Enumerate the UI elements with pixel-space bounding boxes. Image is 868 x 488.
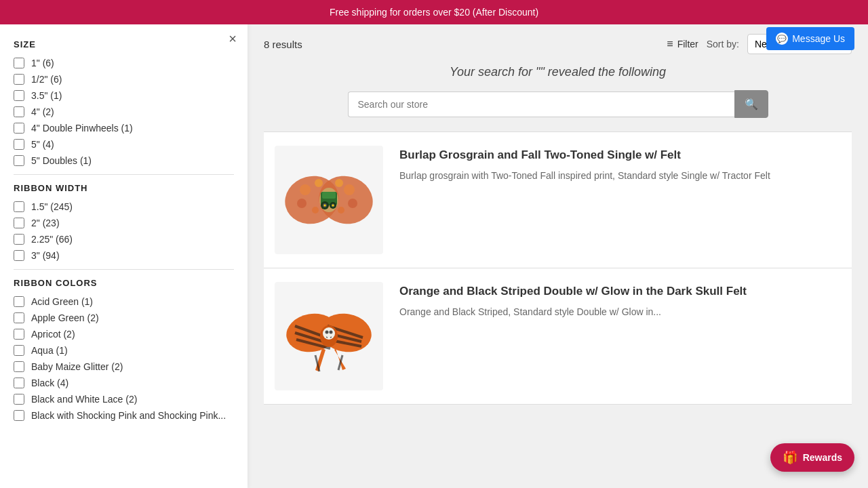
size-checkbox[interactable]: [14, 123, 24, 134]
search-bar: 🔍: [348, 90, 768, 118]
size-filter-item[interactable]: 4" Double Pinwheels (1): [14, 123, 234, 134]
ribbon-width-filter-item[interactable]: 2.25" (66): [14, 234, 234, 245]
search-button[interactable]: 🔍: [734, 90, 768, 118]
product-info-2: Orange and Black Striped Double w/ Glow …: [399, 282, 841, 319]
filter-icon: ≡: [667, 38, 673, 50]
svg-point-17: [324, 205, 326, 207]
message-us-button[interactable]: Message Us: [766, 27, 854, 50]
rewards-label: Rewards: [803, 452, 842, 463]
svg-point-7: [335, 179, 343, 187]
ribbon-color-filter-item[interactable]: Aqua (1): [14, 345, 234, 356]
size-filter-item[interactable]: 5" (4): [14, 139, 234, 150]
ribbon-width-filter-item[interactable]: 2" (23): [14, 218, 234, 228]
product-image-2: [275, 282, 383, 390]
size-label: 1" (6): [31, 58, 54, 68]
search-bar-container: Your search for "" revealed the followin…: [264, 65, 852, 118]
product-desc-1: Burlap grosgrain with Two-Toned Fall ins…: [399, 169, 841, 183]
size-label: 3.5" (1): [31, 90, 62, 101]
ribbon-color-checkbox[interactable]: [14, 312, 24, 323]
ribbon-color-filter-item[interactable]: Black and White Lace (2): [14, 394, 234, 405]
svg-point-6: [344, 184, 355, 195]
ribbon-color-filter-item[interactable]: Black (4): [14, 378, 234, 388]
ribbon-width-checkbox[interactable]: [14, 201, 24, 212]
size-filter-item[interactable]: 5" Doubles (1): [14, 155, 234, 166]
size-checkbox[interactable]: [14, 139, 24, 150]
close-button[interactable]: ×: [229, 31, 237, 47]
size-checkbox[interactable]: [14, 58, 24, 68]
ribbon-width-label: 1.5" (245): [31, 201, 73, 212]
ribbon-width-section-title: RIBBON WIDTH: [14, 183, 234, 193]
svg-rect-16: [322, 192, 336, 199]
ribbon-color-filter-item[interactable]: Apricot (2): [14, 329, 234, 340]
size-checkbox[interactable]: [14, 90, 24, 101]
size-checkbox[interactable]: [14, 106, 24, 117]
size-filter-item[interactable]: 1" (6): [14, 58, 234, 68]
messenger-icon: [776, 33, 788, 45]
ribbon-color-checkbox[interactable]: [14, 361, 24, 372]
svg-point-32: [330, 331, 333, 334]
product-desc-2: Orange and Black Striped, Standard style…: [399, 305, 841, 319]
bow-image-2: [281, 289, 376, 384]
svg-point-31: [326, 331, 329, 334]
product-list: Burlap Grosgrain and Fall Two-Toned Sing…: [264, 131, 852, 405]
ribbon-color-checkbox[interactable]: [14, 329, 24, 340]
message-us-label: Message Us: [792, 33, 845, 44]
ribbon-color-checkbox[interactable]: [14, 394, 24, 405]
ribbon-color-label: Apricot (2): [31, 329, 75, 340]
results-count: 8 results: [264, 39, 302, 50]
ribbon-color-filter-item[interactable]: Black with Shocking Pink and Shocking Pi…: [14, 410, 234, 421]
size-label: 1/2" (6): [31, 74, 62, 85]
svg-point-3: [315, 179, 323, 187]
product-title-1: Burlap Grosgrain and Fall Two-Toned Sing…: [399, 148, 841, 162]
filter-button[interactable]: ≡ Filter: [667, 38, 698, 50]
size-label: 4" (2): [31, 106, 54, 117]
bow-image-1: [281, 152, 376, 247]
size-filter-item[interactable]: 3.5" (1): [14, 90, 234, 101]
size-section-title: SIZE: [14, 39, 234, 49]
ribbon-color-filter-item[interactable]: Baby Maize Glitter (2): [14, 361, 234, 372]
results-header: 8 results ≡ Filter Sort by: Newest Arriv…: [264, 34, 852, 54]
ribbon-color-filter-item[interactable]: Acid Green (1): [14, 296, 234, 307]
size-filter-item[interactable]: 4" (2): [14, 106, 234, 117]
ribbon-width-checkbox[interactable]: [14, 234, 24, 245]
ribbon-width-filter-item[interactable]: 1.5" (245): [14, 201, 234, 212]
ribbon-color-checkbox[interactable]: [14, 296, 24, 307]
size-checkbox[interactable]: [14, 74, 24, 85]
svg-point-9: [338, 207, 344, 214]
search-message: Your search for "" revealed the followin…: [264, 65, 852, 79]
sidebar: × SIZE 1" (6)1/2" (6)3.5" (1)4" (2)4" Do…: [0, 23, 248, 488]
ribbon-width-label: 2.25" (66): [31, 234, 73, 245]
ribbon-width-filter-item[interactable]: 3" (94): [14, 250, 234, 261]
product-item: Burlap Grosgrain and Fall Two-Toned Sing…: [264, 131, 852, 268]
ribbon-color-checkbox[interactable]: [14, 410, 24, 421]
ribbon-color-label: Black (4): [31, 378, 68, 388]
svg-point-2: [300, 184, 311, 195]
ribbon-width-label: 3" (94): [31, 250, 60, 261]
product-image-1: [275, 146, 383, 254]
ribbon-color-label: Acid Green (1): [31, 296, 93, 307]
product-title-2: Orange and Black Striped Double w/ Glow …: [399, 285, 841, 298]
size-filter-group: 1" (6)1/2" (6)3.5" (1)4" (2)4" Double Pi…: [14, 58, 234, 166]
ribbon-width-label: 2" (23): [31, 218, 60, 228]
ribbon-color-checkbox[interactable]: [14, 378, 24, 388]
sort-label: Sort by:: [707, 39, 739, 49]
svg-point-18: [332, 205, 334, 207]
rewards-button[interactable]: 🎁 Rewards: [770, 443, 854, 472]
svg-rect-33: [328, 337, 330, 339]
ribbon-color-filter-item[interactable]: Apple Green (2): [14, 312, 234, 323]
svg-point-5: [312, 207, 319, 214]
size-filter-item[interactable]: 1/2" (6): [14, 74, 234, 85]
ribbon-color-label: Baby Maize Glitter (2): [31, 361, 123, 372]
banner-text: Free shipping for orders over $20 (After…: [330, 7, 538, 18]
size-label: 5" Doubles (1): [31, 155, 92, 166]
svg-point-4: [297, 199, 307, 208]
search-input[interactable]: [348, 92, 734, 117]
svg-point-8: [348, 199, 357, 208]
ribbon-width-checkbox[interactable]: [14, 250, 24, 261]
size-checkbox[interactable]: [14, 155, 24, 166]
ribbon-color-checkbox[interactable]: [14, 345, 24, 356]
ribbon-colors-section-title: RIBBON COLORS: [14, 278, 234, 288]
ribbon-color-label: Black with Shocking Pink and Shocking Pi…: [31, 410, 226, 421]
ribbon-width-checkbox[interactable]: [14, 218, 24, 228]
rewards-icon: 🎁: [783, 450, 797, 465]
